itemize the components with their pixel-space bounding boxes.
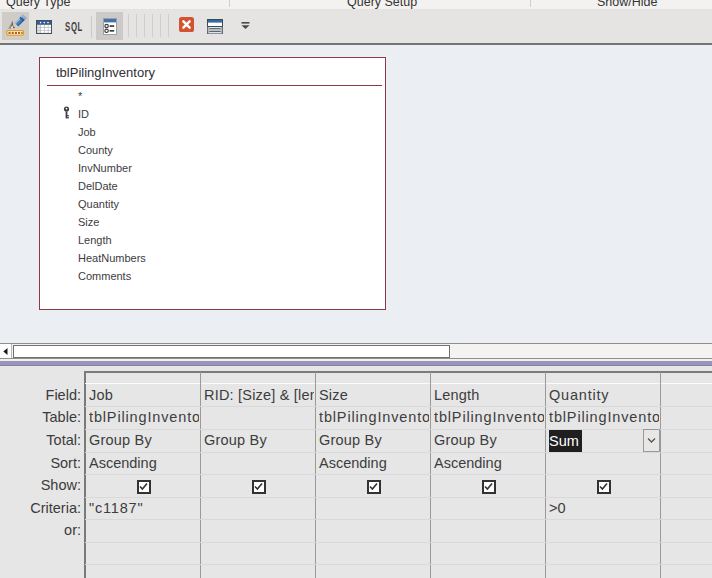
svg-text:SQL: SQL — [65, 20, 83, 33]
